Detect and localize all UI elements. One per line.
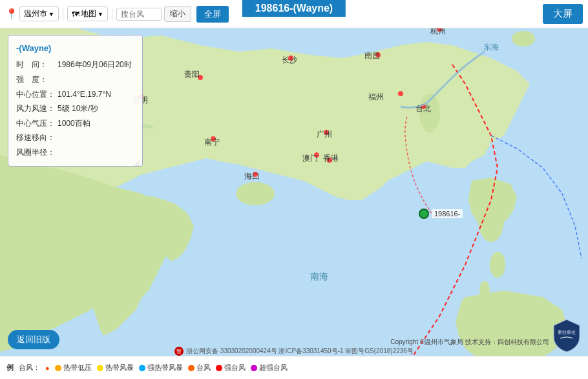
center-value: 101.4°E,19.7°N	[58, 88, 134, 103]
info-panel: -(Wayne) 时 间： 1986年09月06日20时 强 度： 中心位置： …	[8, 35, 143, 167]
svg-point-8	[490, 252, 505, 278]
typhoon-marker-label: 198616-	[432, 209, 463, 218]
legend-item-typhoon: 台风	[188, 363, 211, 373]
svg-line-27	[138, 165, 140, 166]
svg-point-19	[324, 130, 329, 135]
resize-handle[interactable]	[133, 157, 140, 163]
info-row-wind: 风力风速： 5级 10米/秒	[16, 102, 134, 117]
tropical-storm-dot	[97, 365, 103, 371]
city-name: 温州市	[24, 8, 47, 19]
resize-icon	[133, 159, 140, 166]
info-row-pressure: 中心气压： 1000百帕	[16, 117, 134, 132]
pressure-label: 中心气压：	[16, 117, 58, 132]
strong-tropical-dot	[139, 365, 145, 371]
radius-label: 风圈半径：	[16, 146, 58, 161]
city-selector[interactable]: 温州市 ▼	[19, 6, 59, 21]
pressure-value: 1000百帕	[58, 117, 134, 132]
chevron-down-icon-2: ▼	[98, 11, 103, 17]
tropical-low-label: 热带低压	[63, 363, 92, 373]
svg-point-13	[198, 75, 203, 80]
map-icon: 🗺	[72, 10, 79, 19]
return-old-version-button[interactable]: 返回旧版	[8, 330, 59, 349]
bigscreen-button[interactable]: 大屏	[543, 4, 583, 24]
wind-value: 5级 10米/秒	[58, 102, 134, 117]
search-typhoon-input[interactable]	[116, 8, 162, 21]
super-typhoon-dot	[251, 365, 257, 371]
time-value: 1986年09月06日20时	[58, 58, 134, 73]
info-row-radius: 风圈半径：	[16, 146, 134, 161]
fullscreen-button[interactable]: 全屏	[196, 6, 229, 23]
svg-point-22	[314, 152, 319, 158]
typhoon-current-dot: ●	[45, 364, 50, 372]
svg-point-20	[398, 91, 403, 96]
page-title: 198616-(Wayne)	[242, 0, 346, 17]
tropical-low-dot	[55, 365, 61, 371]
map-container: 贵阳 昆明 南宁 广州 福州 台北 长沙 南昌 杭州 澳门 香港 海口 南海 东…	[0, 0, 588, 379]
radius-value	[58, 146, 134, 161]
legend-item-strong-typhoon: 强台风	[216, 363, 246, 373]
svg-text:事业单位: 事业单位	[558, 330, 576, 334]
strong-typhoon-dot	[216, 365, 222, 371]
location-area: 📍 温州市 ▼	[5, 6, 59, 21]
strong-tropical-label: 强热带风暴	[147, 363, 183, 373]
map-type-label: 地图	[81, 8, 96, 19]
zoom-out-button[interactable]: 缩小	[164, 6, 191, 22]
divider1	[63, 8, 63, 21]
strong-typhoon-label: 强台风	[224, 363, 246, 373]
legend-item-super-typhoon: 超强台风	[251, 363, 288, 373]
legend-prefix: 例	[6, 363, 14, 373]
legend-item-tropical-storm: 热带风暴	[97, 363, 134, 373]
strength-value	[58, 73, 134, 88]
typhoon-legend-dot	[188, 365, 194, 371]
time-label: 时 间：	[16, 58, 58, 73]
info-row-time: 时 间： 1986年09月06日20时	[16, 58, 134, 73]
typhoon-marker[interactable]: 198616-	[419, 209, 463, 219]
typhoon-legend-label: 台风	[196, 363, 211, 373]
info-row-center: 中心位置： 101.4°E,19.7°N	[16, 88, 134, 103]
typhoon-name: -(Wayne)	[16, 41, 134, 56]
strength-label: 强 度：	[16, 73, 58, 88]
center-label: 中心位置：	[16, 88, 58, 103]
svg-point-12	[512, 31, 535, 46]
legend-typhoon-label: 台风：	[19, 363, 40, 373]
legend-item-tropical-low: 热带低压	[55, 363, 92, 373]
svg-point-23	[327, 158, 332, 163]
shield-badge: 事业单位	[551, 318, 583, 353]
move-label: 移速移向：	[16, 131, 58, 146]
legend-item-strong-tropical: 强热带风暴	[139, 363, 183, 373]
info-table: 时 间： 1986年09月06日20时 强 度： 中心位置： 101.4°E,1…	[16, 58, 134, 160]
tropical-storm-label: 热带风暴	[105, 363, 134, 373]
info-row-move: 移速移向：	[16, 131, 134, 146]
divider2	[112, 8, 112, 21]
map-type-selector[interactable]: 🗺 地图 ▼	[67, 6, 108, 21]
chevron-down-icon: ▼	[48, 11, 54, 17]
super-typhoon-label: 超强台风	[259, 363, 288, 373]
wind-label: 风力风速：	[16, 102, 58, 117]
svg-point-5	[236, 182, 275, 205]
info-row-strength: 强 度：	[16, 73, 134, 88]
location-pin-icon: 📍	[5, 8, 18, 20]
svg-point-18	[211, 136, 216, 141]
svg-point-14	[288, 56, 293, 61]
legend-bar: 例 台风： ● 热带低压 热带风暴 强热带风暴 台风 强台风 超强台风	[0, 356, 588, 379]
svg-point-24	[253, 172, 258, 177]
typhoon-dot	[419, 209, 429, 219]
move-value	[58, 131, 134, 146]
svg-point-15	[375, 52, 381, 57]
